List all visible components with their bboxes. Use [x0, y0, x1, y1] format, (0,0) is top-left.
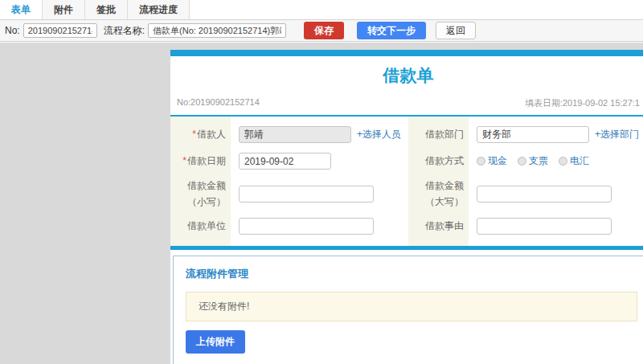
no-attachment-alert: 还没有附件!	[186, 292, 637, 321]
tab-bar-filler	[190, 0, 643, 19]
form-title: 借款单	[170, 56, 643, 97]
select-department-link[interactable]: +选择部门	[595, 128, 639, 141]
no-label: No:	[5, 25, 20, 36]
amount-big-row: 借款金额（大写）	[408, 174, 643, 213]
required-mark: *	[182, 155, 186, 166]
loan-reason-row: 借款事由	[408, 213, 643, 239]
loan-method-label: 借款方式	[408, 151, 469, 170]
loan-unit-row: 借款单位	[170, 213, 408, 239]
form-no-text: No:20190902152714	[177, 97, 260, 109]
department-label: 借款部门	[408, 125, 469, 144]
loan-date-input[interactable]	[239, 153, 331, 170]
upload-attachment-button[interactable]: 上传附件	[186, 330, 245, 354]
radio-icon	[518, 157, 526, 166]
attachment-panel: 流程附件管理 还没有附件! 上传附件	[173, 256, 643, 364]
loan-form-panel: 借款单 No:20190902152714 填表日期:2019-09-02 15…	[170, 50, 643, 250]
attachment-heading: 流程附件管理	[186, 267, 643, 281]
process-name-label: 流程名称:	[104, 24, 145, 38]
form-fields: *借款人 +选择人员 *借款日期 借款金额（小写）	[170, 117, 643, 246]
forward-next-step-button[interactable]: 转交下一步	[357, 22, 426, 39]
tab-approval[interactable]: 签批	[85, 0, 128, 19]
borrower-label: *借款人	[170, 125, 231, 144]
save-button[interactable]: 保存	[304, 22, 344, 39]
loan-method-row: 借款方式 现金 支票 电汇	[408, 148, 643, 174]
amount-small-row: 借款金额（小写）	[170, 174, 408, 213]
form-date-text: 填表日期:2019-09-02 15:27:1	[525, 97, 640, 109]
amount-small-label: 借款金额（小写）	[170, 176, 231, 212]
radio-icon	[559, 157, 567, 166]
no-input[interactable]	[23, 23, 97, 38]
fields-right-column: 借款部门 +选择部门 借款方式 现金 支票 电汇	[408, 117, 643, 246]
tab-process-progress[interactable]: 流程进度	[128, 0, 190, 19]
borrower-input[interactable]	[239, 126, 351, 143]
department-row: 借款部门 +选择部门	[408, 121, 643, 148]
panel-bottom-bar	[170, 246, 643, 250]
tab-form[interactable]: 表单	[0, 0, 43, 19]
form-meta-row: No:20190902152714 填表日期:2019-09-02 15:27:…	[170, 97, 643, 117]
tab-bar: 表单 附件 签批 流程进度	[0, 0, 643, 20]
back-button[interactable]: 返回	[436, 22, 476, 39]
required-mark: *	[192, 129, 196, 140]
radio-icon	[477, 157, 485, 166]
select-person-link[interactable]: +选择人员	[357, 128, 401, 141]
method-check-radio[interactable]: 支票	[518, 154, 548, 168]
tab-attachments[interactable]: 附件	[43, 0, 85, 19]
amount-big-label: 借款金额（大写）	[408, 176, 469, 212]
loan-unit-label: 借款单位	[170, 216, 231, 235]
method-cash-radio[interactable]: 现金	[477, 154, 507, 168]
workspace-background: 借款单 No:20190902152714 填表日期:2019-09-02 15…	[0, 43, 643, 364]
loan-date-label: *借款日期	[170, 151, 231, 170]
amount-big-input[interactable]	[477, 186, 612, 202]
loan-unit-input[interactable]	[239, 218, 374, 235]
method-wire-radio[interactable]: 电汇	[559, 154, 589, 168]
borrower-row: *借款人 +选择人员	[170, 121, 408, 148]
fields-left-column: *借款人 +选择人员 *借款日期 借款金额（小写）	[170, 117, 408, 246]
command-bar: No: 流程名称: 保存 转交下一步 返回	[0, 20, 643, 42]
department-input[interactable]	[477, 126, 589, 143]
loan-reason-input[interactable]	[477, 218, 612, 235]
loan-reason-label: 借款事由	[408, 216, 469, 235]
amount-small-input[interactable]	[239, 186, 374, 202]
panel-top-bar	[170, 50, 643, 56]
content-column: 借款单 No:20190902152714 填表日期:2019-09-02 15…	[170, 50, 643, 364]
process-name-input[interactable]	[148, 23, 286, 38]
loan-date-row: *借款日期	[170, 148, 408, 174]
